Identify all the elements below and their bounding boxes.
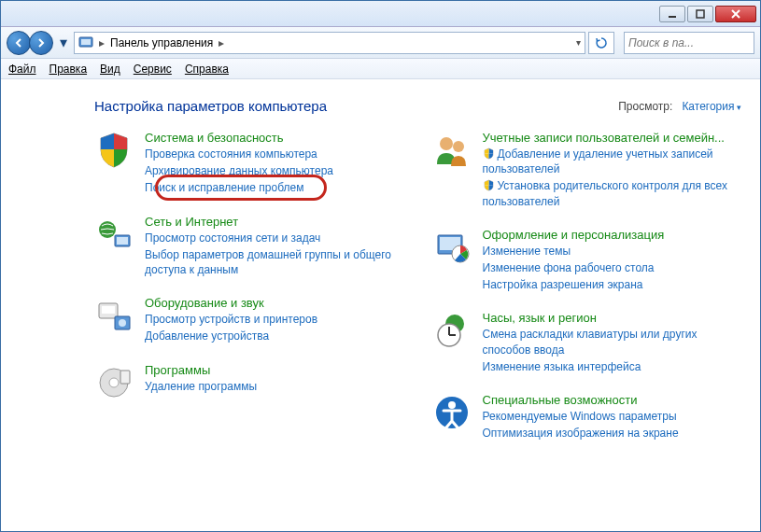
minimize-button[interactable] — [659, 6, 685, 22]
titlebar — [1, 1, 760, 27]
page-title: Настройка параметров компьютера — [94, 98, 327, 114]
svg-rect-1 — [697, 10, 704, 18]
category-clock-language-region: Часы, язык и регионСмена раскладки клави… — [432, 311, 742, 374]
category-appearance: Оформление и персонализацияИзменение тем… — [432, 228, 742, 293]
category-title-appearance[interactable]: Оформление и персонализация — [483, 228, 665, 242]
category-system-security: Система и безопасностьПроверка состояния… — [94, 131, 404, 196]
address-bar[interactable]: ▸ Панель управления ▸ ▾ — [74, 32, 585, 54]
categories-right-column: Учетные записи пользователей и семейн...… — [432, 131, 742, 441]
control-panel-icon — [78, 35, 93, 50]
category-title-clock-language-region[interactable]: Часы, язык и регион — [483, 311, 742, 325]
categories-left-column: Система и безопасностьПроверка состояния… — [94, 131, 404, 441]
refresh-button[interactable] — [588, 32, 614, 54]
menu-help[interactable]: Справка — [185, 63, 229, 76]
category-title-ease-of-access[interactable]: Специальные возможности — [483, 393, 679, 407]
breadcrumb-separator: ▸ — [99, 36, 105, 49]
maximize-button[interactable] — [687, 6, 713, 22]
control-panel-window: ▾ ▸ Панель управления ▸ ▾ Файл Правка Ви… — [0, 0, 761, 532]
breadcrumb-separator: ▸ — [218, 36, 224, 49]
category-link[interactable]: Рекомендуемые Windows параметры — [483, 409, 679, 424]
category-link[interactable]: Смена раскладки клавиатуры или других сп… — [483, 327, 742, 357]
svg-rect-5 — [81, 39, 91, 45]
category-hardware-sound: Оборудование и звукПросмотр устройств и … — [94, 296, 404, 343]
category-user-accounts: Учетные записи пользователей и семейн...… — [432, 131, 742, 209]
programs-icon — [94, 363, 134, 402]
svg-rect-12 — [102, 306, 115, 314]
category-link[interactable]: Добавление и удаление учетных записей по… — [483, 147, 742, 176]
category-ease-of-access: Специальные возможностиРекомендуемые Win… — [432, 393, 742, 441]
appearance-icon — [432, 228, 472, 267]
category-title-system-security[interactable]: Система и безопасность — [145, 131, 333, 145]
category-link[interactable]: Просмотр состояния сети и задач — [145, 231, 404, 245]
menu-service[interactable]: Сервис — [134, 63, 172, 76]
category-link[interactable]: Изменение фона рабочего стола — [483, 260, 665, 275]
category-programs: ПрограммыУдаление программы — [94, 363, 404, 402]
shield-icon — [483, 147, 495, 160]
breadcrumb-dropdown-icon[interactable]: ▾ — [576, 37, 581, 48]
security-icon — [94, 131, 134, 170]
view-by-label: Просмотр: — [618, 100, 672, 113]
category-link[interactable]: Настройка разрешения экрана — [483, 277, 665, 292]
category-link[interactable]: Поиск и исправление проблем — [145, 180, 333, 195]
clock-icon — [432, 311, 472, 350]
menubar: Файл Правка Вид Сервис Справка — [1, 59, 760, 79]
category-network-internet: Сеть и ИнтернетПросмотр состояния сети и… — [94, 215, 404, 278]
access-icon — [432, 393, 472, 432]
category-title-network-internet[interactable]: Сеть и Интернет — [145, 215, 404, 229]
view-by-dropdown[interactable]: Категория — [682, 100, 741, 113]
forward-button[interactable] — [29, 31, 53, 55]
hardware-icon — [94, 296, 134, 335]
navbar: ▾ ▸ Панель управления ▸ ▾ — [1, 27, 760, 59]
svg-point-16 — [109, 378, 119, 387]
svg-rect-17 — [120, 371, 130, 384]
back-button[interactable] — [7, 31, 31, 55]
category-link[interactable]: Просмотр устройств и принтеров — [145, 312, 317, 327]
svg-point-14 — [119, 319, 126, 327]
svg-point-18 — [440, 137, 453, 150]
users-icon — [432, 131, 472, 170]
category-title-hardware-sound[interactable]: Оборудование и звук — [145, 296, 317, 310]
category-link[interactable]: Изменение языка интерфейса — [483, 359, 742, 374]
category-title-user-accounts[interactable]: Учетные записи пользователей и семейн... — [483, 131, 742, 145]
category-link[interactable]: Добавление устройства — [145, 329, 317, 343]
category-link[interactable]: Проверка состояния компьютера — [145, 147, 333, 161]
search-bar[interactable] — [624, 32, 754, 54]
search-input[interactable] — [628, 36, 761, 49]
breadcrumb-text[interactable]: Панель управления — [110, 36, 213, 49]
menu-file[interactable]: Файл — [8, 63, 36, 76]
category-link[interactable]: Архивирование данных компьютера — [145, 163, 333, 178]
menu-view[interactable]: Вид — [100, 63, 120, 76]
category-link[interactable]: Выбор параметров домашней группы и общег… — [145, 247, 404, 277]
category-title-programs[interactable]: Программы — [145, 363, 257, 377]
svg-point-19 — [453, 141, 464, 152]
view-by-control: Просмотр: Категория — [618, 100, 741, 113]
content-area: Настройка параметров компьютера Просмотр… — [1, 79, 760, 531]
category-link[interactable]: Оптимизация изображения на экране — [483, 426, 679, 441]
shield-icon — [483, 179, 495, 191]
svg-point-28 — [448, 401, 456, 409]
category-link[interactable]: Установка родительского контроля для все… — [483, 178, 742, 208]
close-button[interactable] — [715, 6, 756, 22]
category-link[interactable]: Удаление программы — [145, 379, 257, 394]
menu-edit[interactable]: Правка — [49, 63, 88, 76]
history-dropdown[interactable]: ▾ — [57, 31, 70, 55]
category-link[interactable]: Изменение темы — [483, 244, 665, 259]
network-icon — [94, 215, 134, 254]
svg-rect-10 — [117, 237, 128, 245]
